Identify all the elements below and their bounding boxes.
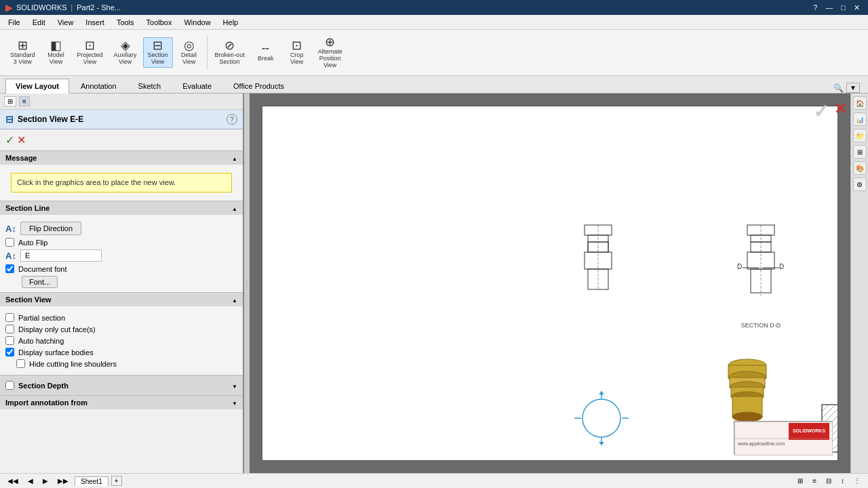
title-block-svg: SOLIDWORKS www.applicadthai.com: [734, 422, 833, 455]
standard-3view-btn[interactable]: ⊞ Standard3 View: [5, 37, 40, 68]
section-depth-header[interactable]: Section Depth: [0, 375, 243, 395]
menu-help[interactable]: Help: [218, 17, 244, 28]
model-view-btn[interactable]: ◧ ModelView: [41, 37, 71, 68]
close-btn[interactable]: ✕: [851, 3, 863, 12]
panel-help-btn[interactable]: ?: [226, 114, 237, 125]
canvas-ok-checkmark: ✓: [813, 100, 829, 123]
maximize-btn[interactable]: □: [838, 3, 848, 12]
bottom-icon5[interactable]: ⋮: [850, 476, 864, 486]
panel-resize-handle[interactable]: ⋮: [244, 94, 250, 473]
section-label-input[interactable]: [20, 249, 102, 262]
drawing-sheet[interactable]: D D SECTION D-D: [262, 106, 838, 461]
message-header[interactable]: Message: [0, 151, 243, 165]
rsb-home-btn[interactable]: 🏠: [853, 96, 867, 110]
message-collapse-btn[interactable]: [232, 154, 237, 162]
cancel-button[interactable]: ✕: [17, 134, 26, 146]
panel-properties-toggle[interactable]: ≡: [19, 96, 30, 106]
projected-view-btn[interactable]: ⊡ ProjectedView: [73, 37, 108, 68]
bottom-play-btn[interactable]: ▶: [39, 476, 52, 486]
auto-hatching-row[interactable]: Auto hatching: [5, 336, 237, 345]
tab-sketch[interactable]: Sketch: [128, 79, 172, 93]
bottom-icon4[interactable]: ↕: [837, 476, 848, 486]
section-d-d-label: SECTION D-D: [730, 322, 791, 329]
bottom-prev-btn[interactable]: ◀◀: [4, 476, 22, 486]
ribbon-search-icon[interactable]: 🔍: [833, 83, 844, 93]
section-view-options-header[interactable]: Section View: [0, 293, 243, 306]
tab-office-products[interactable]: Office Products: [223, 79, 294, 93]
alternate-position-view-btn[interactable]: ⊕ AlternatePositionView: [313, 34, 347, 71]
document-font-checkbox[interactable]: [5, 264, 14, 273]
broken-out-section-btn[interactable]: ⊘ Broken-outSection: [210, 37, 250, 68]
rsb-color-btn[interactable]: 🎨: [853, 161, 867, 175]
canvas-cancel-btn[interactable]: ✕: [834, 100, 846, 117]
flip-direction-icon: A↕: [5, 224, 16, 234]
section-line-header-text: Section Line: [5, 204, 50, 212]
rsb-folder-btn[interactable]: 📁: [853, 129, 867, 142]
auto-flip-label: Auto Flip: [18, 239, 47, 247]
alternate-position-view-icon: ⊕: [325, 36, 335, 48]
help-btn[interactable]: ?: [810, 3, 820, 12]
partial-section-row[interactable]: Partial section: [5, 313, 237, 322]
auto-flip-checkbox[interactable]: [5, 238, 14, 247]
section-view-options-collapse-btn[interactable]: [232, 296, 237, 304]
display-surface-bodies-row[interactable]: Display surface bodies: [5, 348, 237, 357]
crop-view-btn[interactable]: ⊡ CropView: [282, 37, 312, 68]
bottom-icon1[interactable]: ⊞: [794, 476, 806, 486]
display-surface-bodies-checkbox[interactable]: [5, 348, 14, 357]
add-sheet-btn[interactable]: +: [111, 476, 122, 486]
ok-button[interactable]: ✓: [5, 134, 14, 146]
menu-view[interactable]: View: [52, 17, 79, 28]
svg-marker-11: [599, 391, 604, 394]
auxiliary-view-btn[interactable]: ◈ AuxiliaryView: [109, 37, 142, 68]
display-cut-faces-row[interactable]: Display only cut face(s): [5, 325, 237, 333]
menu-file[interactable]: File: [3, 17, 26, 28]
section-depth-checkbox[interactable]: [5, 381, 14, 390]
font-button[interactable]: Font...: [22, 276, 58, 288]
section-view-btn[interactable]: ⊟ SectionView: [143, 37, 173, 68]
section-line-header[interactable]: Section Line: [0, 201, 243, 215]
section-depth-row[interactable]: Section Depth: [5, 378, 68, 392]
menu-edit[interactable]: Edit: [27, 17, 51, 28]
bottom-step-fwd-btn[interactable]: ▶▶: [54, 476, 72, 486]
panel-view-toggle[interactable]: ⊞: [4, 96, 16, 106]
import-annotation-header[interactable]: Import annotation from: [0, 396, 243, 409]
display-surface-bodies-label: Display surface bodies: [18, 348, 94, 357]
import-annotation-expand-btn[interactable]: [232, 399, 237, 407]
menu-window[interactable]: Window: [178, 17, 216, 28]
menu-tools[interactable]: Tools: [111, 17, 140, 28]
auto-flip-row[interactable]: Auto Flip: [5, 238, 237, 247]
rsb-settings-btn[interactable]: ⚙: [853, 178, 867, 191]
detail-view-btn[interactable]: ◎ DetailView: [174, 37, 204, 68]
tab-evaluate[interactable]: Evaluate: [172, 79, 222, 93]
display-cut-faces-checkbox[interactable]: [5, 325, 14, 333]
menu-bar: File Edit View Insert Tools Toolbox Wind…: [0, 15, 868, 30]
flip-direction-button[interactable]: Flip Direction: [20, 222, 81, 235]
section-view-title-text: Section View E-E: [18, 115, 83, 124]
auto-hatching-label: Auto hatching: [18, 337, 64, 345]
svg-text:D: D: [779, 263, 784, 270]
menu-insert[interactable]: Insert: [80, 17, 110, 28]
bottom-step-back-btn[interactable]: ◀: [24, 476, 37, 486]
bottom-icon3[interactable]: ⊟: [823, 476, 835, 486]
partial-section-checkbox[interactable]: [5, 313, 14, 322]
hide-cutting-line-label: Hide cutting line shoulders: [29, 360, 117, 368]
sheet1-tab[interactable]: Sheet1: [75, 476, 108, 486]
hide-cutting-line-row[interactable]: Hide cutting line shoulders: [5, 359, 237, 368]
bottom-icon2[interactable]: ≡: [809, 476, 820, 486]
rsb-table-btn[interactable]: ⊞: [853, 145, 867, 159]
minimize-btn[interactable]: —: [823, 3, 835, 12]
auxiliary-view-label: AuxiliaryView: [114, 52, 137, 66]
message-text: Click in the graphics area to place the …: [11, 173, 232, 192]
ribbon-options-btn[interactable]: ▼: [846, 83, 860, 93]
section-depth-expand-btn[interactable]: [232, 382, 237, 390]
auto-hatching-checkbox[interactable]: [5, 336, 14, 345]
import-annotation-section: Import annotation from: [0, 395, 243, 409]
hide-cutting-line-checkbox[interactable]: [16, 359, 25, 368]
tab-view-layout[interactable]: View Layout: [5, 79, 69, 94]
tab-annotation[interactable]: Annotation: [71, 79, 127, 93]
break-btn[interactable]: ╌ Break: [251, 41, 281, 64]
menu-toolbox[interactable]: Toolbox: [141, 17, 178, 28]
document-font-row[interactable]: Document font: [5, 264, 237, 273]
section-line-collapse-btn[interactable]: [232, 204, 237, 212]
rsb-chart-btn[interactable]: 📊: [853, 113, 867, 126]
